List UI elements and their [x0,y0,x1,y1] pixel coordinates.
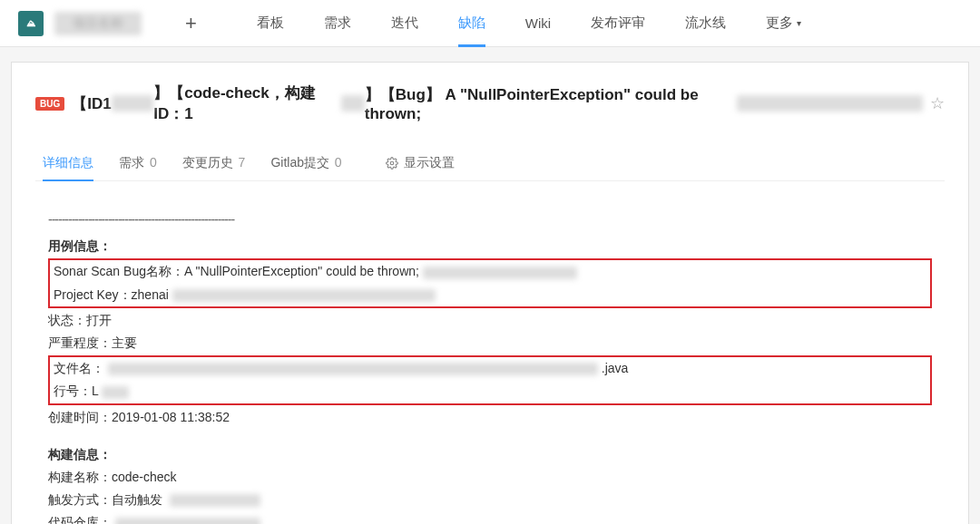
tab-gitlab-count: 0 [335,155,342,170]
filename-blur [108,363,598,375]
filename-line: 文件名： .java [54,357,926,380]
status-line: 状态：打开 [48,309,932,332]
tab-gitlab[interactable]: Gitlab提交 0 [270,146,341,180]
trigger-line: 触发方式：自动触发 [48,489,932,511]
app-logo[interactable]: ⛰ [18,11,44,36]
add-icon[interactable]: + [176,12,206,35]
nav-defects[interactable]: 缺陷 [442,0,502,47]
star-icon[interactable]: ☆ [930,93,945,113]
title-part-2: 】【code-check，构建ID：1 [153,82,341,124]
nav-more[interactable]: 更多 [750,0,818,47]
title-blur-2 [341,95,365,112]
bug-badge: BUG [35,97,64,111]
tab-detail[interactable]: 详细信息 [43,146,93,180]
title-blur-3 [737,95,923,112]
project-name-blurred: 项目名称 [54,12,142,35]
tab-history[interactable]: 变更历史 7 [182,146,246,180]
project-key-blur [172,289,436,302]
project-key-label: Project Key：zhenai [54,287,172,302]
nav-requirements[interactable]: 需求 [308,0,368,47]
title-row: BUG 【ID1 】【code-check，构建ID：1 】【Bug】 A "N… [35,82,945,124]
nav-iterations[interactable]: 迭代 [375,0,435,47]
project-key-line: Project Key：zhenai [54,284,926,306]
filename-ext: .java [602,361,629,375]
topbar: ⛰ 项目名称 + 看板 需求 迭代 缺陷 Wiki 发布评审 流水线 更多 [0,0,980,47]
display-settings-label: 显示设置 [404,155,455,171]
trigger-label: 触发方式：自动触发 [48,492,162,507]
gear-icon [386,157,398,170]
usecase-section-title: 用例信息： [48,235,932,257]
sonar-bug-blur [423,267,577,279]
logo-glyph: ⛰ [26,18,35,28]
content-body: ----------------------------------------… [35,199,945,524]
repo-line: 代码仓库： [48,511,932,524]
trigger-blur [170,494,260,507]
sonar-bug-line: Sonar Scan Bug名称：A "NullPointerException… [54,260,926,283]
title-part-3: 】【Bug】 A "NullPointerException" could be… [365,84,732,123]
sonar-bug-label: Sonar Scan Bug名称：A "NullPointerException… [54,264,423,278]
filename-label: 文件名： [54,361,104,375]
svg-point-0 [390,161,394,165]
separator-line: ----------------------------------------… [48,209,932,231]
highlight-box-2: 文件名： .java 行号：L [48,355,932,404]
tab-history-count: 7 [239,155,246,170]
line-blur [102,386,129,399]
nav-release-review[interactable]: 发布评审 [574,0,662,47]
repo-label: 代码仓库： [48,515,112,524]
tab-detail-label: 详细信息 [43,155,93,170]
tab-requirements[interactable]: 需求 0 [119,146,157,180]
nav-pipeline[interactable]: 流水线 [669,0,742,47]
display-settings[interactable]: 显示设置 [386,146,455,180]
repo-blur [115,518,260,524]
highlight-box-1: Sonar Scan Bug名称：A "NullPointerException… [48,258,932,307]
severity-line: 严重程度：主要 [48,332,932,354]
title-blur-1 [112,95,154,112]
line-label: 行号：L [54,383,98,398]
issue-title: 【ID1 】【code-check，构建ID：1 】【Bug】 A "NullP… [72,82,923,124]
title-part-1: 【ID1 [72,93,111,114]
tab-history-label: 变更历史 [182,155,233,170]
nav-kanban[interactable]: 看板 [240,0,300,47]
main-card: BUG 【ID1 】【code-check，构建ID：1 】【Bug】 A "N… [11,62,969,524]
create-time-line: 创建时间：2019-01-08 11:38:52 [48,406,932,429]
nav-wiki[interactable]: Wiki [509,0,567,47]
tab-gitlab-label: Gitlab提交 [270,155,329,170]
tab-req-label: 需求 [119,155,144,170]
tab-req-count: 0 [150,155,157,170]
detail-tabs: 详细信息 需求 0 变更历史 7 Gitlab提交 0 显示设置 [35,146,945,181]
build-name-line: 构建名称：code-check [48,466,932,489]
build-section-title: 构建信息： [48,443,932,466]
line-number-line: 行号：L [54,380,926,403]
